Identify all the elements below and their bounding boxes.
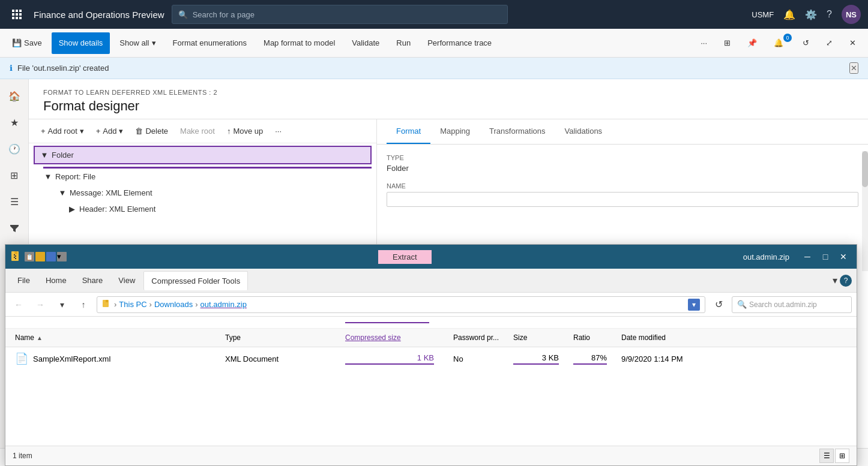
popout-button[interactable]: ⤢ xyxy=(819,32,840,54)
workspaces-icon[interactable]: ⊞ xyxy=(2,163,26,187)
expand-right-icon[interactable]: ▶ xyxy=(67,205,77,214)
app-title: Finance and Operations Preview xyxy=(34,10,164,20)
table-row[interactable]: 📄 SampleXmlReport.xml XML Document 1 KB … xyxy=(5,347,857,370)
refresh-address-button[interactable]: ↺ xyxy=(710,296,727,313)
toolbar-icon-4[interactable]: ▾ xyxy=(57,252,67,261)
compressed-col-indicator xyxy=(340,322,448,323)
col-header-name[interactable]: Name ▲ xyxy=(10,331,220,344)
save-button[interactable]: 💾 Save xyxy=(5,32,49,54)
close-button[interactable]: ✕ xyxy=(842,32,863,54)
minimize-button[interactable]: ─ xyxy=(799,248,816,265)
toolbar-icon-3[interactable] xyxy=(46,252,56,261)
tab-format[interactable]: Format xyxy=(387,119,430,144)
toolbar-right: ··· ⊞ 📌 🔔0 ↺ ⤢ ✕ xyxy=(693,32,863,54)
show-all-button[interactable]: Show all ▾ xyxy=(112,32,163,54)
toolbar-icon-1[interactable]: 📋 xyxy=(25,252,34,261)
tree-item-report[interactable]: ▼ Report: File xyxy=(29,169,376,185)
grid-menu-icon[interactable] xyxy=(7,5,26,24)
validate-button[interactable]: Validate xyxy=(345,32,387,54)
col-header-date[interactable]: Date modified xyxy=(616,331,852,344)
show-details-button[interactable]: Show details xyxy=(52,32,110,54)
props-body: Type Folder Name xyxy=(377,145,868,226)
file-type: XML Document xyxy=(225,354,279,363)
up-directory-button[interactable]: ↑ xyxy=(75,296,92,313)
toolbar-icon-2[interactable] xyxy=(35,252,45,261)
zip-addr-icon xyxy=(102,299,112,310)
favorites-icon[interactable]: ★ xyxy=(2,110,26,134)
filter-icon[interactable] xyxy=(2,216,26,240)
collapse-icon[interactable]: ▼ xyxy=(40,151,49,160)
addr-dropdown-arrow: ▾ xyxy=(692,300,696,309)
pin-button[interactable]: 📌 xyxy=(740,32,764,54)
tree-item-message[interactable]: ▼ Message: XML Element xyxy=(29,185,376,201)
addr-sep-2: › xyxy=(149,300,152,309)
help-icon[interactable]: ? xyxy=(827,9,832,20)
col-header-type[interactable]: Type xyxy=(220,331,340,344)
ribbon-tab-view[interactable]: View xyxy=(111,271,142,290)
file-ratio: 87% xyxy=(591,353,607,362)
add-button[interactable]: + Add ▾ xyxy=(91,124,128,138)
tab-mapping[interactable]: Mapping xyxy=(430,119,480,144)
tab-transformations[interactable]: Transformations xyxy=(480,119,555,144)
delete-button[interactable]: 🗑 Delete xyxy=(130,124,173,138)
col-header-size[interactable]: Size xyxy=(508,331,568,344)
run-button[interactable]: Run xyxy=(389,32,418,54)
col-header-password[interactable]: Password pr... xyxy=(448,331,508,344)
address-bar[interactable]: › This PC › Downloads › out.admin.zip ▾ xyxy=(97,296,705,313)
user-avatar[interactable]: NS xyxy=(842,5,861,24)
modules-icon[interactable]: ☰ xyxy=(2,190,26,214)
tab-validations[interactable]: Validations xyxy=(555,119,612,144)
notifications-icon[interactable]: 🔔 xyxy=(783,9,795,20)
ribbon-collapse-button[interactable]: ▾ xyxy=(833,275,837,286)
svg-rect-0 xyxy=(12,10,14,12)
maximize-button[interactable]: □ xyxy=(817,248,834,265)
explorer-search[interactable]: 🔍 Search out.admin.zip xyxy=(732,296,852,313)
addr-dropdown[interactable]: ▾ xyxy=(688,299,700,311)
col-header-compressed[interactable]: Compressed size xyxy=(340,331,448,344)
tiles-view-button[interactable]: ⊞ xyxy=(835,449,849,463)
window-close-button[interactable]: ✕ xyxy=(835,248,852,265)
type-value: Folder xyxy=(387,164,858,173)
make-root-button[interactable]: Make root xyxy=(175,124,220,138)
col-header-ratio[interactable]: Ratio xyxy=(568,331,616,344)
settings-icon[interactable]: ⚙️ xyxy=(805,9,817,20)
move-up-button[interactable]: ↑ Move up xyxy=(222,124,268,138)
add-root-button[interactable]: + Add root ▾ xyxy=(36,124,89,138)
forward-button: → xyxy=(32,296,49,313)
info-close-button[interactable]: ✕ xyxy=(849,62,858,74)
info-message: File 'out.nselin.zip' created xyxy=(17,64,109,73)
details-view-button[interactable]: ☰ xyxy=(819,449,834,463)
format-enumerations-button[interactable]: Format enumerations xyxy=(166,32,255,54)
addr-zip-file[interactable]: out.admin.zip xyxy=(200,300,247,309)
more-options-button[interactable]: ··· xyxy=(693,32,714,54)
addr-this-pc[interactable]: This PC xyxy=(119,300,146,309)
extract-button[interactable]: Extract xyxy=(378,250,431,264)
name-input[interactable] xyxy=(387,192,858,207)
home-icon[interactable]: 🏠 xyxy=(2,84,26,108)
addr-downloads[interactable]: Downloads xyxy=(154,300,193,309)
refresh-button[interactable]: ↺ xyxy=(795,32,816,54)
notification-badge-button[interactable]: 🔔0 xyxy=(767,32,793,54)
global-search[interactable]: 🔍 Search for a page xyxy=(172,5,508,24)
expand-icon[interactable]: ▼ xyxy=(43,172,53,181)
recent-locations-button[interactable]: ▾ xyxy=(53,296,70,313)
tree-item-header[interactable]: ▶ Header: XML Element xyxy=(29,201,376,217)
ribbon-help-button[interactable]: ? xyxy=(840,275,852,287)
extract-area: Extract xyxy=(71,250,738,264)
designer-icon-button[interactable]: ⊞ xyxy=(717,32,738,54)
tree-item-folder[interactable]: ▼ Folder xyxy=(34,146,372,164)
map-format-button[interactable]: Map format to model xyxy=(256,32,342,54)
recent-icon[interactable]: 🕐 xyxy=(2,137,26,161)
svg-rect-6 xyxy=(12,17,14,19)
ribbon-tab-file[interactable]: File xyxy=(10,271,37,290)
expand-icon[interactable]: ▼ xyxy=(58,188,67,197)
search-icon: 🔍 xyxy=(178,10,188,19)
name-property: Name xyxy=(387,182,858,207)
ribbon-tab-compressed[interactable]: Compressed Folder Tools xyxy=(143,271,248,290)
right-scrollbar-thumb[interactable] xyxy=(862,151,868,187)
folder-label: Folder xyxy=(52,151,74,160)
more-tree-options-button[interactable]: ··· xyxy=(270,124,286,138)
ribbon-tab-home[interactable]: Home xyxy=(38,271,74,290)
ribbon-tab-share[interactable]: Share xyxy=(75,271,110,290)
performance-button[interactable]: Performance trace xyxy=(420,32,499,54)
